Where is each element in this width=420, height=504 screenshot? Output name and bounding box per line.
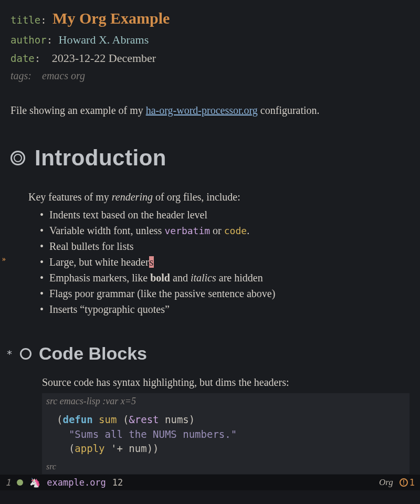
- fringe-arrow-icon: »: [2, 255, 6, 264]
- meta-author-key: author: [10, 34, 47, 46]
- list-item: Real bullets for lists: [40, 238, 410, 254]
- echo-area: [0, 490, 420, 504]
- meta-title-key: title: [10, 14, 40, 26]
- heading-1-text: Introduction: [35, 141, 166, 174]
- left-gutter: »: [0, 0, 9, 504]
- src-block-header: src emacs-lisp :var x=5: [42, 393, 410, 410]
- major-mode[interactable]: Org: [379, 477, 393, 488]
- document-tags: emacs org: [42, 70, 85, 81]
- warning-count: 1: [410, 477, 415, 488]
- intro-paragraph: File showing an example of my ha-org-wor…: [10, 102, 410, 118]
- src-block-body[interactable]: (defun sum (&rest nums) "Sums all the NU…: [42, 410, 410, 459]
- list-item: Flags poor grammar (like the passive sen…: [40, 286, 410, 301]
- features-block: Key features of my rendering of org file…: [28, 189, 410, 317]
- meta-tags-key: tags:: [10, 70, 32, 81]
- heading-introduction: Introduction: [10, 141, 410, 174]
- list-item: Inserts “typographic quotes”: [40, 301, 410, 317]
- list-item: Variable width font, unless verbatim or …: [40, 223, 410, 238]
- list-item: Emphasis markers, like bold and italics …: [40, 270, 410, 286]
- meta-date-line: date: 2023-12-22 December: [10, 49, 410, 67]
- buffer-name[interactable]: example.org: [47, 477, 106, 488]
- list-item: Indents text based on the header level: [40, 207, 410, 223]
- heading-2-text: Code Blocks: [39, 340, 147, 367]
- meta-date-key: date: [10, 52, 35, 64]
- warning-icon: !: [400, 478, 408, 487]
- features-list: Indents text based on the header level V…: [40, 207, 410, 317]
- src-block-footer: src: [42, 459, 410, 474]
- src-intro-text: Source code has syntax highlighting, but…: [42, 374, 410, 390]
- list-item: Large, but white headers: [40, 254, 410, 270]
- document-date: 2023-12-22 December: [47, 51, 156, 65]
- window-number: 1: [5, 477, 10, 488]
- buffer-modified-icon: [17, 479, 23, 486]
- heading-code-blocks: * Code Blocks: [6, 340, 410, 367]
- meta-tags-line: tags: emacs org: [10, 68, 410, 83]
- code-span: code: [224, 225, 247, 236]
- code-section: Source code has syntax highlighting, but…: [42, 374, 410, 474]
- document-author: Howard X. Abrams: [59, 33, 149, 46]
- config-link[interactable]: ha-org-word-processor.org: [146, 104, 258, 116]
- features-lead: Key features of my rendering of org file…: [28, 189, 410, 205]
- meta-title-line: title: My Org Example: [10, 6, 410, 30]
- mode-line[interactable]: 1 🦄 example.org 12 Org ! 1: [0, 475, 420, 490]
- unicorn-icon: 🦄: [29, 477, 40, 488]
- text-cursor: s: [149, 256, 154, 268]
- heading-bullet-icon: [10, 151, 25, 165]
- buffer-content[interactable]: title: My Org Example author: Howard X. …: [0, 0, 420, 474]
- flycheck-warning[interactable]: ! 1: [400, 477, 415, 488]
- heading-bullet-icon: [20, 348, 32, 360]
- document-title: My Org Example: [52, 9, 170, 27]
- verbatim-span: verbatim: [164, 225, 210, 236]
- line-number: 12: [112, 477, 123, 488]
- meta-author-line: author: Howard X. Abrams: [10, 31, 410, 48]
